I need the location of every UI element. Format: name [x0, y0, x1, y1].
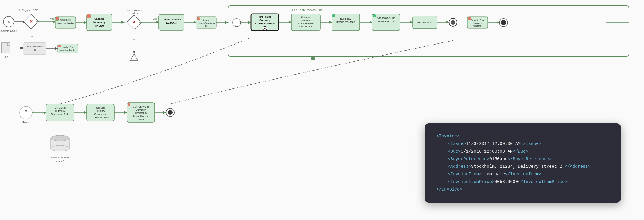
read-invoice-node[interactable]: Read In Invoice File: [23, 43, 46, 54]
svg-text:✕: ✕: [29, 19, 33, 24]
svg-text:M: M: [25, 109, 27, 113]
svg-text:Convert Invoice: Convert Invoice: [162, 18, 181, 21]
svg-point-103: [168, 110, 173, 115]
svg-text:Amount to Total: Amount to Total: [378, 20, 395, 23]
zoom-line-right: [170, 40, 453, 104]
validate-node[interactable]: Validate Incoming Invoice: [87, 14, 112, 31]
code-line-5: <Address>Stockholm, 21234, Delivery stre…: [436, 163, 609, 171]
assign-total-node[interactable]: Assign InvoiceTotalAmou nt: [196, 17, 216, 28]
promote-node[interactable]: Promote Total Amount to Monitoring: [467, 17, 488, 28]
svg-text:Monitoring: Monitoring: [472, 25, 482, 27]
svg-text:Assign File: Assign File: [63, 46, 73, 48]
svg-text:Promote Total: Promote Total: [471, 19, 484, 21]
svg-text:Amount to: Amount to: [473, 22, 482, 24]
svg-text:✕: ✕: [132, 20, 136, 24]
svg-text:Currency: Currency: [96, 110, 106, 112]
svg-text:Decimal to: Decimal to: [135, 112, 147, 114]
get-rate-main-node[interactable]: + Get Latest Currency Conversion Rate: [251, 14, 279, 31]
svg-point-106: [51, 145, 69, 151]
svg-text:Incoming Invoice: Incoming Invoice: [57, 22, 74, 24]
svg-text:Assign: Assign: [203, 19, 210, 21]
svg-rect-78: [58, 45, 61, 47]
convert-soap-node[interactable]: Convert Currency Conversion SOAP to JSON: [87, 104, 114, 121]
svg-text:to JSON: to JSON: [166, 22, 177, 25]
svg-text:Convert Wierd: Convert Wierd: [133, 105, 149, 108]
svg-text:Currency: Currency: [55, 110, 65, 112]
code-line-1: <Invoice>: [436, 133, 609, 140]
foreach-start: [233, 19, 241, 27]
add-invoice-node[interactable]: Add Invoice Line Amount to Total: [372, 14, 400, 31]
riksbank-node: https://swea.riksb ank.se/: [51, 135, 69, 162]
svg-text:ank.se/: ank.se/: [56, 160, 64, 162]
invoice-valid-label: Is the Invoice: [126, 9, 142, 12]
svg-text:Add Invoice Line: Add Invoice Line: [377, 16, 395, 19]
code-line-6: <InvoiceItem>item name</InvoiceItem>: [436, 171, 609, 178]
code-line-8: </Invoice>: [436, 186, 609, 193]
code-line-7: <InvoiceItemPrice>4053.9600</InvoiceItem…: [436, 178, 609, 186]
svg-text:Value: Value: [138, 118, 144, 121]
yes-label-1: yes: [50, 17, 55, 20]
svg-text:Currency From: Currency From: [298, 22, 314, 25]
for-each-label: For Each Invoice Line: [292, 8, 323, 12]
svg-text:+: +: [264, 27, 266, 30]
svg-rect-7: [56, 17, 59, 20]
loop-indicator: [311, 57, 315, 60]
svg-text:nt: nt: [205, 25, 207, 27]
svg-rect-12: [87, 14, 91, 18]
assign-api-node[interactable]: Assign API Incoming Invoice: [55, 17, 76, 28]
svg-text:Convert: Convert: [96, 106, 105, 109]
for-each-container: [228, 6, 629, 56]
svg-text:Validate: Validate: [94, 17, 104, 20]
no-label-2: no: [133, 38, 136, 41]
svg-rect-48: [332, 14, 335, 17]
build-message-node[interactable]: Build new Invoice Message: [332, 14, 360, 31]
diagram-canvas: ✉ /api/v1/invoice Is Trigger a API? ✕ ye…: [0, 0, 644, 220]
rest-request-node[interactable]: RestRequest: [413, 16, 437, 29]
start-label: /api/v1/invoice: [0, 29, 17, 32]
zoom-line-left: [60, 38, 251, 104]
svg-text:Incoming: Incoming: [93, 21, 105, 24]
trigger-label: Is Trigger a API?: [19, 9, 39, 12]
svg-text:EUR to SEK: EUR to SEK: [299, 25, 312, 28]
svg-marker-22: [130, 53, 138, 61]
svg-rect-70: [1, 43, 10, 53]
svg-text:Incoming Invoice: Incoming Invoice: [60, 49, 76, 51]
svg-text:Currency: Currency: [136, 108, 146, 111]
calculate-node[interactable]: Calculate Converted Currency From EUR to…: [291, 14, 320, 31]
get-rate-sub-node[interactable]: Get Latest Currency Conversion Rate: [46, 104, 74, 121]
svg-point-60: [451, 20, 455, 25]
svg-point-107: [51, 135, 69, 141]
svg-text:Invoice: Invoice: [95, 24, 104, 27]
convert-weird-node[interactable]: Convert Wierd Currency Decimal to Actual…: [127, 103, 155, 122]
svg-text:Get Latest: Get Latest: [54, 106, 66, 109]
svg-text:Get Latest: Get Latest: [259, 16, 271, 19]
svg-text:RestRequest: RestRequest: [417, 21, 433, 24]
convert-json-node[interactable]: Convert Invoice to JSON: [159, 14, 184, 30]
svg-text:File: File: [33, 49, 37, 51]
file-node: File: [1, 43, 10, 58]
svg-text:https://swea.riksb: https://swea.riksb: [51, 156, 69, 159]
code-line-3: <Due>3/1/2018 12:00:00 AM</Due>: [436, 148, 609, 156]
svg-text:Actual Decimal: Actual Decimal: [133, 115, 149, 118]
code-line-4: <BuyerReference>0150abc</BuyerReference>: [436, 156, 609, 163]
svg-rect-28: [197, 17, 200, 20]
svg-text:Read In Invoice: Read In Invoice: [27, 45, 43, 48]
svg-rect-96: [128, 103, 130, 106]
svg-text:SOAP to JSON: SOAP to JSON: [92, 116, 109, 119]
svg-text:Build new: Build new: [340, 17, 351, 20]
gateway-trigger: ✕: [24, 14, 39, 29]
gateway-invoice-valid: ✕: [127, 15, 142, 30]
assign-file-node[interactable]: Assign File Incoming Invoice: [58, 44, 78, 53]
svg-rect-53: [373, 14, 376, 17]
manual-start-node: [20, 106, 32, 119]
svg-text:✉: ✉: [8, 20, 10, 23]
svg-text:Manual: Manual: [22, 121, 30, 124]
svg-text:Invoice Message: Invoice Message: [336, 21, 355, 23]
svg-text:Assign API: Assign API: [60, 19, 71, 21]
svg-text:Calculate: Calculate: [301, 16, 311, 19]
svg-text:Currency: Currency: [259, 19, 270, 22]
svg-text:Conversion Rate: Conversion Rate: [255, 22, 275, 25]
svg-text:Conversion: Conversion: [94, 113, 107, 116]
yes-label-2: yes: [153, 17, 157, 20]
svg-text:Conversion Rate: Conversion Rate: [51, 113, 69, 116]
